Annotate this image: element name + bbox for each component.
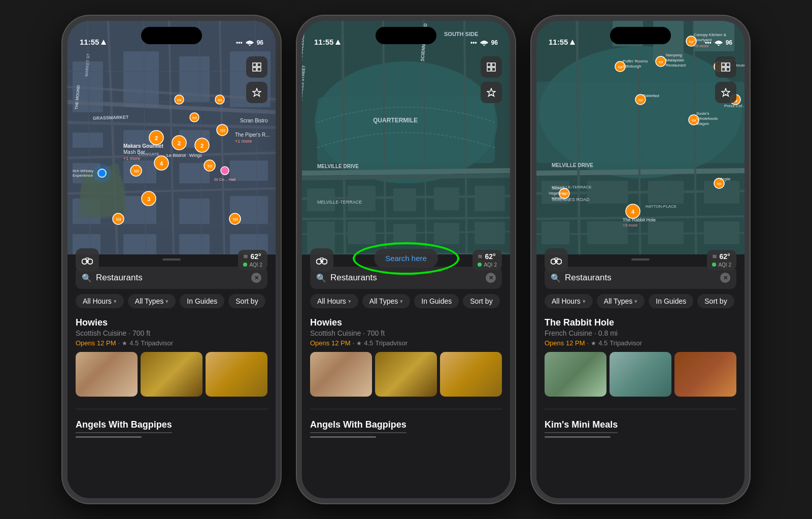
- location-btn-2[interactable]: [481, 82, 502, 103]
- restaurant-list-3: The Rabbit Hole French Cuisine · 0.8 mi …: [536, 313, 745, 409]
- next-item-name-3: Kim's Mini Meals: [545, 419, 618, 433]
- chevron-hours-2: ▾: [348, 298, 351, 305]
- filter-types-1[interactable]: All Types ▾: [128, 294, 176, 308]
- battery-3: 96: [726, 39, 732, 46]
- svg-text:Kitchen: Kitchen: [552, 196, 565, 201]
- photo-fish2-3: [610, 352, 671, 397]
- restaurant-item-1[interactable]: Howies Scottish Cuisine · 700 ft Opens 1…: [76, 317, 267, 403]
- svg-line-105: [302, 171, 510, 173]
- svg-text:MELVILLE-TERRACE: MELVILLE-TERRACE: [317, 200, 362, 205]
- map-view-toggle-1[interactable]: [246, 56, 267, 78]
- svg-text:🍽: 🍽: [116, 217, 121, 222]
- svg-rect-9: [123, 51, 159, 107]
- filter-sortby-2[interactable]: Sort by: [463, 294, 499, 308]
- search-icon-1: 🔍: [82, 273, 92, 283]
- scroll-indicator-1: [76, 436, 142, 438]
- svg-text:🍽: 🍽: [220, 128, 225, 133]
- food-photo-2b[interactable]: [375, 352, 437, 397]
- food-photo-2a[interactable]: [310, 352, 372, 397]
- map-area-3[interactable]: MELVILLE DRIVE SCIENNES ROAD MELVILLE-TE…: [536, 21, 745, 280]
- svg-text:2: 2: [178, 140, 181, 146]
- svg-rect-112: [348, 221, 376, 244]
- filter-hours-3[interactable]: All Hours ▾: [545, 294, 593, 308]
- restaurant-subtitle-2: Scottish Cuisine · 700 ft: [310, 329, 502, 337]
- item-divider-3: [545, 409, 736, 409]
- food-photo-3c[interactable]: [674, 352, 736, 397]
- svg-point-70: [93, 164, 111, 182]
- svg-text:Susie's: Susie's: [552, 186, 565, 190]
- dynamic-island-2: [376, 27, 436, 44]
- svg-line-96: [302, 176, 510, 178]
- next-item-2[interactable]: Angels With Bagpipes: [302, 415, 510, 438]
- svg-text:Puffin' Rooms: Puffin' Rooms: [623, 59, 648, 63]
- svg-rect-210: [555, 258, 558, 260]
- svg-rect-154: [648, 221, 684, 244]
- next-item-1[interactable]: Angels With Bagpipes: [67, 415, 276, 438]
- binoculars-btn-1[interactable]: [76, 248, 99, 272]
- location-btn-1[interactable]: [246, 82, 267, 103]
- status-icons-1: ••• 96: [236, 39, 263, 46]
- binoculars-btn-3[interactable]: [545, 248, 568, 272]
- svg-text:Itch Whisky: Itch Whisky: [73, 169, 93, 173]
- map-controls-2: [481, 56, 502, 103]
- filter-guides-2[interactable]: In Guides: [414, 294, 459, 308]
- restaurant-item-3[interactable]: The Rabbit Hole French Cuisine · 0.8 mi …: [545, 317, 736, 403]
- search-clear-2[interactable]: ✕: [486, 273, 496, 283]
- photo-burger-2: [375, 352, 437, 397]
- svg-rect-114: [434, 223, 459, 244]
- svg-rect-86: [257, 68, 261, 71]
- restaurant-item-2[interactable]: Howies Scottish Cuisine · 700 ft Opens 1…: [310, 317, 502, 403]
- svg-rect-155: [704, 221, 739, 244]
- next-item-3[interactable]: Kim's Mini Meals: [536, 415, 745, 438]
- filter-types-3[interactable]: All Types ▾: [597, 294, 645, 308]
- restaurant-list-2: Howies Scottish Cuisine · 700 ft Opens 1…: [302, 313, 510, 409]
- filter-types-2[interactable]: All Types ▾: [362, 294, 411, 308]
- food-photo-1a[interactable]: [76, 352, 138, 397]
- svg-point-213: [718, 45, 719, 46]
- filter-hours-2[interactable]: All Hours ▾: [310, 294, 358, 308]
- photo-salmon-2: [310, 352, 372, 397]
- binoculars-btn-2[interactable]: [310, 248, 333, 272]
- svg-text:🍽: 🍽: [659, 60, 663, 64]
- search-clear-3[interactable]: ✕: [720, 273, 730, 283]
- location-btn-3[interactable]: [715, 82, 736, 103]
- svg-rect-109: [434, 187, 459, 210]
- food-photo-1b[interactable]: [141, 352, 202, 397]
- food-photo-2c[interactable]: [440, 352, 502, 397]
- phone-1: GRASSMARKET COWGATE THE MOUND MARKET ST …: [62, 16, 281, 503]
- filter-sortby-3[interactable]: Sort by: [697, 294, 734, 308]
- photo-meat-3: [674, 352, 736, 397]
- svg-text:Vegetarian: Vegetarian: [549, 191, 568, 196]
- svg-rect-107: [348, 186, 376, 211]
- photo-potato-2: [440, 352, 502, 397]
- time-text-3: 11:55: [549, 38, 568, 46]
- phone-frame-3: MELVILLE DRIVE SCIENNES ROAD MELVILLE-TE…: [531, 16, 750, 503]
- svg-line-98: [302, 218, 510, 219]
- filter-hours-1[interactable]: All Hours ▾: [76, 294, 124, 308]
- weather-widget-3: ≋ 62° AQI 2: [707, 250, 736, 270]
- map-view-toggle-3[interactable]: [715, 56, 736, 78]
- svg-rect-152: [542, 221, 569, 244]
- chevron-types-2: ▾: [400, 298, 403, 305]
- filter-guides-3[interactable]: In Guides: [649, 294, 693, 308]
- rating-source-2: Tripadvisor: [375, 339, 408, 347]
- svg-rect-110: [475, 186, 505, 211]
- filter-guides-1[interactable]: In Guides: [180, 294, 224, 308]
- photo-fish1-3: [545, 352, 606, 397]
- svg-text:Nanyang: Nanyang: [666, 53, 682, 57]
- map-view-toggle-2[interactable]: [481, 56, 502, 78]
- phone-2: MELVILLE DRIVE MELVILLE-TERRACE CHARLES …: [297, 16, 515, 503]
- filter-sortby-1[interactable]: Sort by: [228, 294, 265, 308]
- svg-text:2: 2: [200, 143, 204, 149]
- map-area-1[interactable]: GRASSMARKET COWGATE THE MOUND MARKET ST …: [67, 21, 276, 280]
- search-clear-1[interactable]: ✕: [251, 273, 261, 283]
- food-photo-3a[interactable]: [545, 352, 606, 397]
- svg-rect-150: [648, 181, 684, 204]
- next-item-name-2: Angels With Bagpipes: [310, 419, 407, 433]
- rating-source-1: Tripadvisor: [141, 339, 173, 347]
- food-photo-3b[interactable]: [610, 352, 671, 397]
- signal-dots-1: •••: [236, 39, 243, 46]
- food-photo-1c[interactable]: [206, 352, 267, 397]
- map-area-2[interactable]: MELVILLE DRIVE MELVILLE-TERRACE CHARLES …: [302, 21, 510, 280]
- restaurant-list-1: Howies Scottish Cuisine · 700 ft Opens 1…: [67, 313, 276, 409]
